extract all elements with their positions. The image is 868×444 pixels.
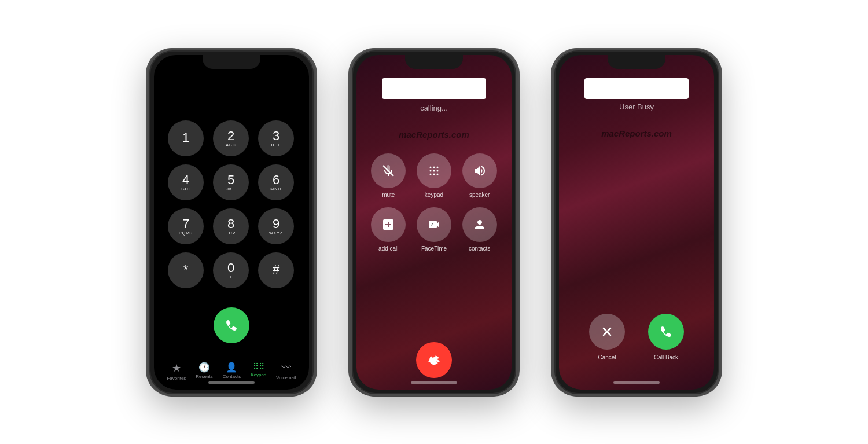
add-call-label: add call xyxy=(378,245,398,252)
dial-call-button[interactable] xyxy=(214,307,249,343)
callback-button[interactable] xyxy=(648,314,684,350)
dial-btn-hash[interactable]: # xyxy=(258,252,294,288)
dial-btn-6[interactable]: 6 MNO xyxy=(258,164,294,200)
callback-label: Call Back xyxy=(654,354,678,361)
dial-btn-9[interactable]: 9 WXYZ xyxy=(258,208,294,244)
dial-btn-2[interactable]: 2 ABC xyxy=(213,120,249,156)
add-call-button-item: add call xyxy=(370,207,407,252)
keypad-label: keypad xyxy=(425,192,443,198)
dial-btn-8[interactable]: 8 TUV xyxy=(213,208,249,244)
facetime-button[interactable]: ? xyxy=(417,207,451,242)
cancel-button[interactable] xyxy=(589,314,625,350)
svg-point-6 xyxy=(436,170,438,171)
mute-label: mute xyxy=(382,192,395,198)
tab-favorites-label: Favorites xyxy=(167,376,186,381)
home-indicator-busy xyxy=(613,381,660,384)
add-call-button[interactable] xyxy=(371,207,406,242)
calling-content: calling... macReports.com mute xyxy=(356,55,512,390)
dialer-screen: 1 2 ABC 3 DEF 4 GHI 5 JKL xyxy=(154,55,309,390)
speaker-button-item: speaker xyxy=(461,153,498,198)
calling-screen: calling... macReports.com mute xyxy=(356,55,512,390)
call-keypad-button[interactable] xyxy=(417,153,451,188)
keypad-button-item: keypad xyxy=(416,153,453,198)
contacts-button[interactable] xyxy=(462,207,497,242)
contacts-icon: 👤 xyxy=(226,362,237,373)
home-indicator-calling xyxy=(411,381,457,384)
keypad-icon: ⠿⠿ xyxy=(253,362,264,371)
facetime-button-item: ? FaceTime xyxy=(416,207,453,252)
busy-actions: Cancel Call Back xyxy=(589,314,684,361)
svg-point-8 xyxy=(433,173,435,175)
busy-content: User Busy macReports.com Cancel xyxy=(559,55,714,390)
cancel-label: Cancel xyxy=(598,354,616,361)
favorites-icon: ★ xyxy=(172,362,181,375)
dial-btn-1[interactable]: 1 xyxy=(168,120,204,156)
svg-point-2 xyxy=(433,166,435,168)
svg-point-1 xyxy=(429,166,431,168)
mute-button-item: mute xyxy=(370,153,407,198)
svg-text:?: ? xyxy=(431,222,433,227)
tab-contacts[interactable]: 👤 Contacts xyxy=(223,362,241,381)
dial-btn-5[interactable]: 5 JKL xyxy=(213,164,249,200)
voicemail-icon: 〰 xyxy=(281,362,291,374)
busy-status-text: User Busy xyxy=(619,102,654,111)
facetime-label: FaceTime xyxy=(421,245,447,252)
dialpad-grid: 1 2 ABC 3 DEF 4 GHI 5 JKL xyxy=(168,120,295,288)
svg-point-7 xyxy=(429,173,431,175)
dial-btn-0[interactable]: 0 + xyxy=(213,252,249,288)
notch xyxy=(203,55,260,69)
dial-btn-4[interactable]: 4 GHI xyxy=(168,164,204,200)
cancel-action: Cancel xyxy=(589,314,625,361)
watermark-busy: macReports.com xyxy=(601,129,672,138)
end-call-button[interactable] xyxy=(416,342,452,378)
svg-point-5 xyxy=(433,170,435,171)
tab-recents[interactable]: 🕐 Recents xyxy=(196,362,212,381)
tab-contacts-label: Contacts xyxy=(223,374,241,379)
notch-calling xyxy=(405,55,463,69)
dial-btn-star[interactable]: * xyxy=(168,252,204,288)
recents-icon: 🕐 xyxy=(198,362,210,373)
contacts-button-item: contacts xyxy=(461,207,498,252)
callback-action: Call Back xyxy=(648,314,684,361)
call-buttons-grid: mute keypad xyxy=(370,153,498,252)
phone-dialer: 1 2 ABC 3 DEF 4 GHI 5 JKL xyxy=(148,49,315,396)
tab-recents-label: Recents xyxy=(196,374,212,379)
tab-favorites[interactable]: ★ Favorites xyxy=(167,362,186,381)
speaker-button[interactable] xyxy=(462,153,497,188)
tab-voicemail-label: Voicemail xyxy=(276,375,296,380)
speaker-label: speaker xyxy=(469,192,490,198)
contact-name-box xyxy=(382,78,486,99)
watermark-calling: macReports.com xyxy=(399,130,469,140)
phone-busy: User Busy macReports.com Cancel xyxy=(553,49,720,396)
tab-bar: ★ Favorites 🕐 Recents 👤 Contacts ⠿⠿ Keyp… xyxy=(160,357,303,383)
busy-screen: User Busy macReports.com Cancel xyxy=(559,55,714,390)
dial-btn-7[interactable]: 7 PQRS xyxy=(168,208,204,244)
home-indicator xyxy=(208,381,255,384)
phone-calling: calling... macReports.com mute xyxy=(350,49,518,396)
dial-btn-3[interactable]: 3 DEF xyxy=(258,120,294,156)
svg-point-9 xyxy=(436,173,438,175)
tab-keypad[interactable]: ⠿⠿ Keypad xyxy=(251,362,266,381)
mute-button[interactable] xyxy=(371,153,406,188)
tab-keypad-label: Keypad xyxy=(251,372,266,377)
contacts-label: contacts xyxy=(469,245,490,252)
dialer-content: 1 2 ABC 3 DEF 4 GHI 5 JKL xyxy=(154,55,309,390)
tab-voicemail[interactable]: 〰 Voicemail xyxy=(276,362,296,381)
svg-point-4 xyxy=(429,170,431,171)
call-status: calling... xyxy=(420,104,448,112)
busy-contact-name-box xyxy=(584,78,689,99)
svg-point-3 xyxy=(436,166,438,168)
notch-busy xyxy=(608,55,665,69)
